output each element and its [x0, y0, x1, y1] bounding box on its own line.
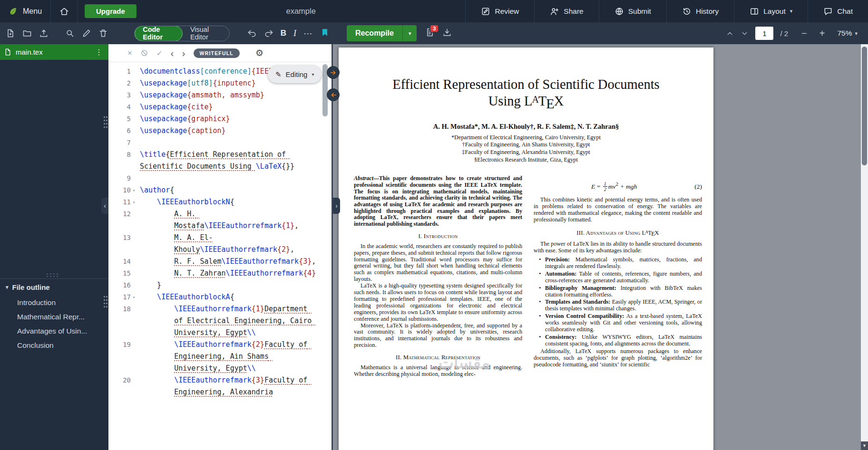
accept-change-button[interactable]: ✓ [156, 49, 163, 57]
layout-button[interactable]: Layout ▾ [734, 0, 808, 22]
code-line-content[interactable] [140, 137, 320, 149]
recompile-button[interactable]: Recompile [347, 25, 402, 41]
code-line-content[interactable]: } [140, 279, 320, 291]
code-line-content[interactable]: \IEEEauthorrefmark{2}Faculty of Engineer… [140, 339, 320, 374]
sidebar-resize-handle[interactable] [103, 295, 107, 307]
writefull-badge[interactable]: WRITEFULL [194, 48, 240, 58]
zoom-out-button[interactable]: − [801, 28, 807, 39]
code-line[interactable]: 7 [108, 137, 332, 149]
scroll-down-button[interactable]: ▼ [861, 441, 868, 450]
code-line[interactable]: 15N. T. Zahran\IEEEauthorrefmark{4} [108, 268, 332, 279]
code-line-content[interactable]: \usepackage{graphicx} [140, 113, 320, 125]
outline-resize-handle[interactable] [46, 273, 59, 277]
recompile-options-button[interactable]: ▾ [402, 25, 417, 41]
review-button[interactable]: Review [465, 0, 534, 22]
italic-button[interactable]: I [293, 29, 296, 38]
code-line[interactable]: 18\IEEEauthorrefmark{1}Department of Ele… [108, 303, 332, 339]
history-label: History [696, 7, 719, 16]
menu-button[interactable]: Menu [0, 0, 50, 22]
code-line[interactable]: 13M. A. El-Khouly\IEEEauthorrefmark{2}, [108, 232, 332, 256]
code-line-content[interactable]: \usepackage{cite} [140, 101, 320, 113]
code-line[interactable]: 10▾\author{ [108, 184, 332, 196]
code-line[interactable]: 8\title{Efficient Representation of Scie… [108, 149, 332, 172]
settings-gear-icon[interactable]: ⚙ [255, 48, 263, 58]
code-line[interactable]: 20\IEEEauthorrefmark{3}Faculty of Engine… [108, 374, 332, 398]
code-line-content[interactable]: \title{Efficient Representation of Scien… [140, 149, 320, 172]
history-button[interactable]: History [666, 0, 734, 22]
file-item-main-tex[interactable]: main.tex ⋮ [0, 44, 108, 60]
undo-button[interactable] [247, 29, 257, 38]
code-line[interactable]: 4\usepackage{cite} [108, 101, 332, 113]
code-line-content[interactable]: R. F. Salem\IEEEauthorrefmark{3}, [140, 256, 320, 268]
code-line[interactable]: 12A. H. Mostafa\IEEEauthorrefmark{1}, [108, 208, 332, 232]
download-pdf-button[interactable] [442, 28, 452, 39]
page-number-input[interactable] [755, 27, 773, 40]
code-line[interactable]: 5\usepackage{graphicx} [108, 113, 332, 125]
code-line-content[interactable]: \IEEEauthorrefmark{3}Faculty of Engineer… [140, 374, 320, 398]
code-line-content[interactable]: \author{ [140, 184, 320, 196]
zoom-in-button[interactable]: + [819, 28, 825, 39]
search-button[interactable] [65, 29, 75, 38]
submit-button[interactable]: Submit [599, 0, 666, 22]
previous-page-button[interactable] [726, 29, 734, 38]
editing-mode-dropdown[interactable]: ✎ Editing ▾ [268, 66, 322, 83]
next-page-button[interactable] [741, 29, 749, 38]
code-line[interactable]: 16} [108, 279, 332, 291]
pdf-scrollbar[interactable]: ▼ [861, 44, 868, 450]
outline-item[interactable]: Mathematical Repr... [0, 310, 108, 324]
code-line[interactable]: 19\IEEEauthorrefmark{2}Faculty of Engine… [108, 339, 332, 374]
pdf-page[interactable]: Efficient Representation of Scientific D… [339, 48, 713, 450]
code-line[interactable]: 14R. F. Salem\IEEEauthorrefmark{3}, [108, 256, 332, 268]
code-line[interactable]: 6\usepackage{caption} [108, 125, 332, 137]
outline-item[interactable]: Advantages of Usin... [0, 324, 108, 338]
upload-button[interactable] [39, 29, 49, 38]
code-editor-tab[interactable]: Code Editor [135, 26, 183, 41]
previous-change-button[interactable]: ‹ [171, 48, 174, 58]
zoom-level-dropdown[interactable]: 75% ▾ [837, 29, 858, 38]
code-line-content[interactable]: \usepackage{caption} [140, 125, 320, 137]
code-line-content[interactable]: A. H. Mostafa\IEEEauthorrefmark{1}, [140, 208, 320, 232]
delete-button[interactable] [98, 29, 108, 38]
next-change-button[interactable]: › [182, 48, 185, 58]
upgrade-button[interactable]: Upgrade [85, 4, 137, 18]
code-line[interactable]: 3\usepackage{amsmath, amssymb} [108, 89, 332, 101]
sync-to-code-button[interactable] [327, 88, 340, 101]
code-line-content[interactable]: M. A. El-Khouly\IEEEauthorrefmark{2}, [140, 232, 320, 256]
redo-button[interactable] [264, 29, 273, 38]
code-line-content[interactable]: N. T. Zahran\IEEEauthorrefmark{4} [140, 268, 320, 279]
fold-arrow-icon[interactable]: ▾ [131, 291, 137, 303]
visual-editor-tab[interactable]: Visual Editor [183, 26, 229, 41]
code-line-content[interactable]: \IEEEauthorblockN{ [140, 196, 320, 208]
home-button[interactable] [50, 0, 78, 22]
file-menu-button[interactable]: ⋮ [93, 48, 105, 57]
fold-arrow-icon[interactable]: ▾ [131, 196, 137, 208]
code-line-content[interactable]: \IEEEauthorrefmark{1}Department of Elect… [140, 303, 320, 339]
fold-arrow-icon[interactable]: ▾ [131, 184, 137, 196]
code-line[interactable]: 17▾\IEEEauthorblockA{ [108, 291, 332, 303]
collapse-editor-button[interactable]: › [333, 198, 340, 214]
more-tools-button[interactable]: ⋯ [303, 28, 313, 39]
logs-button[interactable]: 3 [425, 28, 435, 39]
rename-button[interactable] [82, 29, 91, 38]
code-line-content[interactable]: \usepackage{amsmath, amssymb} [140, 89, 320, 101]
collapse-sidebar-button[interactable]: ‹ [101, 198, 108, 214]
new-file-button[interactable] [6, 29, 15, 38]
code-line-content[interactable]: \IEEEauthorblockA{ [140, 291, 320, 303]
reject-change-button[interactable]: × [127, 48, 132, 58]
code-line[interactable]: 11▾\IEEEauthorblockN{ [108, 196, 332, 208]
outline-item[interactable]: Introduction [0, 296, 108, 310]
share-button[interactable]: Share [534, 0, 598, 22]
code-line-content[interactable] [140, 172, 320, 184]
bold-button[interactable]: B [281, 29, 286, 38]
pdf-scrollbar-thumb[interactable] [862, 47, 867, 165]
writefull-toolbar-button[interactable] [320, 28, 330, 39]
sync-to-pdf-button[interactable] [327, 66, 340, 79]
new-folder-button[interactable] [22, 29, 32, 38]
block-change-button[interactable] [140, 49, 148, 57]
code-lines[interactable]: 1\documentclass[conference]{IEEEtran}2\u… [108, 62, 332, 450]
file-outline-header[interactable]: ▾ File outline [0, 279, 108, 296]
outline-item[interactable]: Conclusion [0, 338, 108, 353]
code-line[interactable]: 9 [108, 172, 332, 184]
chat-button[interactable]: Chat [808, 0, 868, 22]
sidebar-resize-handle[interactable] [103, 115, 107, 128]
